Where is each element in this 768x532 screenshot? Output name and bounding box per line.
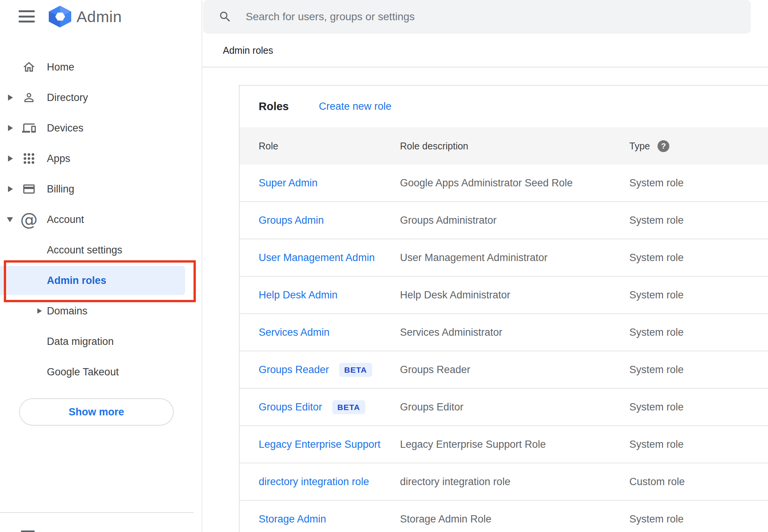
role-type: System role bbox=[629, 289, 684, 301]
sidebar-divider bbox=[0, 512, 194, 513]
app-title: Admin bbox=[77, 0, 122, 34]
sidebar-item-label: Data migration bbox=[47, 336, 114, 348]
breadcrumb: Admin roles bbox=[223, 34, 273, 67]
create-new-role-link[interactable]: Create new role bbox=[319, 101, 392, 112]
sidebar-nav: Home Directory Devices bbox=[0, 52, 202, 387]
google-admin-console: Admin Home Directory D bbox=[0, 0, 768, 532]
role-link[interactable]: Groups Editor bbox=[259, 401, 322, 413]
sidebar-item-label: Home bbox=[47, 61, 74, 73]
role-description: Services Administrator bbox=[400, 327, 502, 338]
table-row: Groups Reader BETA Groups Reader System … bbox=[240, 351, 768, 389]
sidebar-item-account-settings[interactable]: Account settings bbox=[0, 235, 202, 265]
role-link[interactable]: directory integration role bbox=[259, 476, 369, 488]
role-type: Custom role bbox=[629, 476, 685, 488]
role-type: System role bbox=[629, 327, 684, 338]
apps-grid-icon bbox=[21, 151, 37, 166]
role-link[interactable]: Groups Admin bbox=[259, 215, 324, 226]
sidebar-item-label: Admin roles bbox=[47, 275, 106, 287]
role-type: System role bbox=[629, 364, 684, 376]
role-description: Help Desk Administrator bbox=[400, 289, 510, 301]
sidebar-item-label: Billing bbox=[47, 183, 74, 195]
role-description: Legacy Enterprise Support Role bbox=[400, 439, 546, 450]
sidebar-item-label: Account bbox=[47, 214, 84, 226]
sidebar-item-domains[interactable]: Domains bbox=[0, 296, 202, 326]
sidebar-item-data-migration[interactable]: Data migration bbox=[0, 326, 202, 357]
beta-badge: BETA bbox=[339, 363, 373, 377]
show-more-button[interactable]: Show more bbox=[19, 398, 174, 426]
role-link[interactable]: Help Desk Admin bbox=[259, 289, 338, 301]
role-description: Groups Reader bbox=[400, 364, 470, 376]
role-type: System role bbox=[629, 513, 684, 525]
expand-arrow-icon[interactable] bbox=[8, 155, 13, 162]
table-row: Legacy Enterprise Support Legacy Enterpr… bbox=[240, 426, 768, 463]
table-row: Groups Admin Groups Administrator System… bbox=[240, 202, 768, 239]
role-type: System role bbox=[629, 177, 684, 189]
role-link[interactable]: Services Admin bbox=[259, 327, 330, 338]
role-link[interactable]: User Management Admin bbox=[259, 252, 375, 264]
expand-arrow-icon[interactable] bbox=[8, 95, 13, 101]
role-description: Storage Admin Role bbox=[400, 513, 491, 525]
roles-panel-header: Roles Create new role bbox=[240, 86, 768, 127]
sidebar-item-google-takeout[interactable]: Google Takeout bbox=[0, 357, 202, 387]
table-body: Super Admin Google Apps Administrator Se… bbox=[240, 165, 768, 532]
devices-icon bbox=[21, 120, 37, 136]
beta-badge: BETA bbox=[332, 400, 366, 414]
column-header-description: Role description bbox=[400, 141, 468, 152]
collapse-arrow-icon[interactable] bbox=[7, 217, 13, 222]
expand-arrow-icon[interactable] bbox=[8, 186, 13, 192]
table-row: Services Admin Services Administrator Sy… bbox=[240, 314, 768, 351]
role-description: Groups Administrator bbox=[400, 215, 497, 226]
column-header-type: Type ? bbox=[629, 140, 669, 152]
sidebar-item-billing[interactable]: Billing bbox=[0, 174, 202, 204]
expand-arrow-icon[interactable] bbox=[8, 125, 13, 131]
sidebar-item-devices[interactable]: Devices bbox=[0, 113, 202, 143]
app-header: Admin bbox=[0, 0, 202, 34]
sidebar-item-label: Apps bbox=[47, 153, 70, 165]
admin-logo-icon bbox=[49, 6, 71, 27]
sidebar-item-directory[interactable]: Directory bbox=[0, 82, 202, 113]
table-row: Help Desk Admin Help Desk Administrator … bbox=[240, 277, 768, 314]
role-type: System role bbox=[629, 401, 684, 413]
table-row: User Management Admin User Management Ad… bbox=[240, 239, 768, 277]
role-type: System role bbox=[629, 215, 684, 226]
role-description: Groups Editor bbox=[400, 401, 464, 413]
credit-card-icon bbox=[21, 181, 37, 197]
menu-icon[interactable] bbox=[19, 10, 35, 22]
role-description: Google Apps Administrator Seed Role bbox=[400, 177, 573, 189]
search-input[interactable] bbox=[246, 0, 733, 34]
sidebar-item-home[interactable]: Home bbox=[0, 52, 202, 82]
role-type: System role bbox=[629, 252, 684, 264]
sidebar-item-apps[interactable]: Apps bbox=[0, 143, 202, 174]
clipped-nav-icon bbox=[21, 530, 35, 532]
sidebar-item-label: Account settings bbox=[47, 244, 122, 256]
panel-title: Roles bbox=[259, 100, 289, 113]
role-type: System role bbox=[629, 439, 684, 450]
sidebar-item-label: Directory bbox=[47, 92, 88, 104]
table-row: Groups Editor BETA Groups Editor System … bbox=[240, 389, 768, 426]
expand-arrow-icon[interactable] bbox=[37, 308, 42, 314]
role-link[interactable]: Storage Admin bbox=[259, 513, 326, 525]
role-description: directory integration role bbox=[400, 476, 510, 488]
table-row: Super Admin Google Apps Administrator Se… bbox=[240, 165, 768, 202]
role-link[interactable]: Legacy Enterprise Support bbox=[259, 439, 381, 450]
role-description: User Management Administrator bbox=[400, 252, 547, 264]
person-icon bbox=[21, 90, 37, 105]
help-icon[interactable]: ? bbox=[658, 140, 669, 152]
table-row: Storage Admin Storage Admin Role System … bbox=[240, 501, 768, 532]
home-icon bbox=[21, 59, 37, 75]
sidebar-item-label: Google Takeout bbox=[47, 366, 119, 378]
table-row: directory integration role directory int… bbox=[240, 463, 768, 501]
sidebar-item-admin-roles[interactable]: Admin roles bbox=[0, 265, 202, 296]
role-link[interactable]: Super Admin bbox=[259, 177, 318, 189]
main-content: Admin roles Roles Create new role Role R… bbox=[203, 0, 768, 532]
at-sign-icon: @ bbox=[21, 212, 37, 227]
search-bar[interactable] bbox=[203, 0, 751, 34]
role-link[interactable]: Groups Reader bbox=[259, 364, 329, 376]
sidebar-item-label: Domains bbox=[47, 305, 88, 317]
search-icon bbox=[218, 10, 232, 24]
column-header-type-label: Type bbox=[629, 141, 650, 152]
column-header-role: Role bbox=[259, 141, 278, 152]
sidebar-item-account[interactable]: @ Account bbox=[0, 204, 202, 235]
header-divider bbox=[202, 67, 768, 67]
sidebar-item-label: Devices bbox=[47, 122, 83, 134]
